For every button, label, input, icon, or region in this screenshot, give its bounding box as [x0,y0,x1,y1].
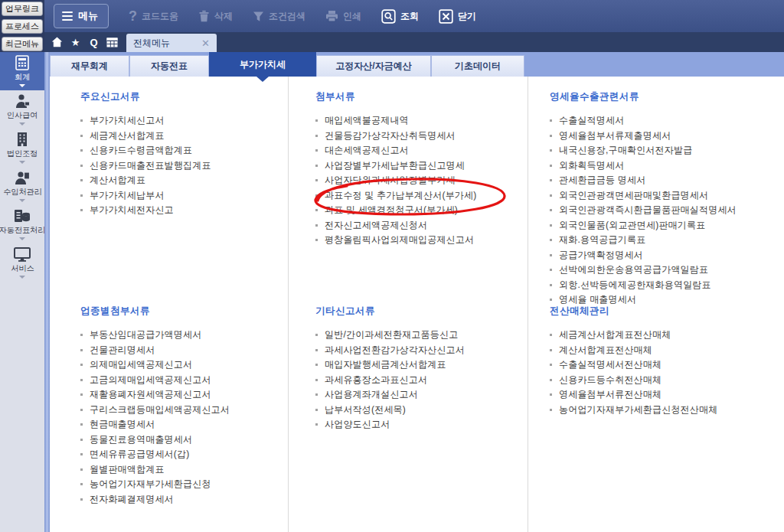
menu-item-link[interactable]: 부가가치세신고서 [90,114,165,127]
menu-item-link[interactable]: 사업장별부가세납부환급신고명세 [325,159,465,172]
menu-item[interactable]: 외항.선박등에제공한재화용역일람표 [550,278,784,293]
code-help-button[interactable]: ? 코드도움 [129,9,178,23]
menu-item-link[interactable]: 건물관리명세서 [90,344,155,357]
menu-item[interactable]: 일반/간이과세전환재고품등신고 [315,328,528,343]
sidebar-item-auto-voucher[interactable]: 자동전표처리 [0,205,44,243]
menu-item[interactable]: 세금계산서합계표 [80,129,288,144]
menu-item-link[interactable]: 과표 및 세액경정청구서(부가세) [325,204,458,217]
menu-item-link[interactable]: 농어업기자재부가세환급신청 [90,478,211,491]
menu-item-link[interactable]: 신용카드등수취전산매체 [559,374,662,387]
menu-item[interactable]: 농어업기자재부가세환급신청 [80,477,288,492]
menu-item[interactable]: 계산서합계표전산매체 [550,343,784,358]
sidebar-item-accounting[interactable]: 회계 [0,52,44,90]
menu-item[interactable]: 부동산임대공급가액명세서 [80,328,288,343]
menu-item[interactable]: 사업양도신고서 [315,417,528,432]
open-document-tab[interactable]: 전체메뉴 ✕ [126,34,217,52]
tab-financial-accounting[interactable]: 재무회계 [50,55,129,77]
recent-docs-icon[interactable] [104,34,120,50]
menu-item[interactable]: 외국인관광객면세판매및환급명세서 [550,188,784,204]
worklink-button[interactable]: 업무링크 [2,2,43,16]
menu-item-link[interactable]: 계산서합계표 [90,174,145,187]
menu-item[interactable]: 전자신고세액공제신청서 [315,218,528,233]
menu-item-link[interactable]: 외항.선박등에제공한재화용역일람표 [559,279,711,292]
menu-item-link[interactable]: 농어업기자재부가세환급신청전산매체 [559,403,717,416]
process-button[interactable]: 프로세스 [2,19,43,34]
menu-item[interactable]: 부가가치세전자신고 [80,203,288,218]
sidebar-item-hr-payroll[interactable]: 인사급여 [0,90,44,129]
menu-item-link[interactable]: 현금매출명세서 [90,418,155,431]
menu-item[interactable]: 신용카드수령금액합계표 [80,143,288,158]
menu-item-link[interactable]: 사업자단위과세사업장별부가세 [325,174,456,187]
print-button[interactable]: 인쇄 [325,10,361,23]
menu-item[interactable]: 외화획득명세서 [550,158,784,174]
menu-item[interactable]: 의제매입세액공제신고서 [80,357,288,373]
menu-item[interactable]: 사업자단위과세사업장별부가세 [315,173,528,188]
menu-item[interactable]: 과세유흥장소과표신고서 [315,373,528,388]
menu-item[interactable]: 고금의제매입세액공제신고서 [80,373,288,388]
menu-item-link[interactable]: 구리스크랩등매입세액공제신고서 [90,403,230,416]
menu-item-link[interactable]: 매입자발행세금계산서합계표 [325,358,446,371]
menu-item-link[interactable]: 외화획득명세서 [559,159,624,172]
menu-item-link[interactable]: 내국신용장,구매확인서전자발급 [559,144,692,157]
menu-item-link[interactable]: 면세유류공급명세서(갑) [90,448,189,461]
menu-item[interactable]: 수출실적명세서 [550,113,784,129]
menu-item-link[interactable]: 재활용폐자원세액공제신고서 [90,388,211,401]
tab-base-data[interactable]: 기초데이터 [431,55,524,77]
menu-item-link[interactable]: 부가가치세납부서 [90,189,165,202]
tab-auto-voucher[interactable]: 자동전표 [129,55,209,77]
menu-item[interactable]: 재화.용역공급기록표 [550,233,784,248]
menu-item-link[interactable]: 과표수정 및 추가납부계산서(부가세) [325,189,476,202]
menu-item-link[interactable]: 선박에의한운송용역공급가액일람표 [559,263,708,276]
menu-item[interactable]: 건물관리명세서 [80,343,288,358]
menu-item-link[interactable]: 매입세액불공제내역 [325,114,409,127]
menu-item-link[interactable]: 부가가치세전자신고 [90,204,174,217]
menu-item[interactable]: 세금계산서합계표전산매체 [550,328,784,343]
menu-item[interactable]: 영세율첨부서류전산매체 [550,387,784,403]
menu-item[interactable]: 계산서합계표 [80,173,288,188]
sidebar-item-corporate-adjust[interactable]: 법인조정 [0,129,44,167]
menu-item-link[interactable]: 수출실적명세서전산매체 [559,358,662,371]
menu-item-link[interactable]: 영세율첨부서류전산매체 [559,388,662,401]
menu-item[interactable]: 외국인물품(외교관면세)판매기록표 [550,218,784,233]
menu-item-link[interactable]: 과세사업전환감가상각자산신고서 [325,344,465,357]
menu-item-link[interactable]: 전자화폐결제명세서 [90,493,174,506]
menu-item[interactable]: 건물등감가상각자산취득명세서 [315,129,528,144]
menu-item-link[interactable]: 외국인관광객면세판매및환급명세서 [559,189,708,202]
menu-item-link[interactable]: 사업용계좌개설신고서 [325,388,418,401]
sidebar-item-client-mgmt[interactable]: 수임처관리 [0,167,44,205]
menu-item[interactable]: 과세사업전환감가상각자산신고서 [315,343,528,358]
menu-item-link[interactable]: 신용카드수령금액합계표 [90,144,192,157]
menu-item[interactable]: 매입세액불공제내역 [315,113,528,129]
menu-item[interactable]: 영세율첨부서류제출명세서 [550,129,784,144]
menu-item[interactable]: 매입자발행세금계산서합계표 [315,357,528,373]
menu-item-link[interactable]: 전자신고세액공제신청서 [325,219,427,232]
menu-item-link[interactable]: 건물등감가상각자산취득명세서 [325,129,456,142]
menu-item-link[interactable]: 재화.용역공급기록표 [559,233,645,246]
menu-item[interactable]: 부가가치세신고서 [80,113,288,129]
tab-close-icon[interactable]: ✕ [201,38,210,49]
delete-button[interactable]: 삭제 [198,10,233,23]
menu-item[interactable]: 부가가치세납부서 [80,188,288,204]
menu-item-link[interactable]: 평창올림픽사업의제매입공제신고서 [325,233,474,246]
menu-item-link[interactable]: 관세환급금등 명세서 [559,174,645,187]
menu-item[interactable]: 과표 및 세액경정청구서(부가세) [315,203,528,218]
tab-vat[interactable]: 부가가치세 [209,52,316,77]
menu-item-link[interactable]: 납부서작성(전세목) [325,403,406,416]
menu-item-link[interactable]: 부동산임대공급가액명세서 [90,328,201,341]
menu-item[interactable]: 면세유류공급명세서(갑) [80,447,288,462]
menu-item-link[interactable]: 고금의제매입세액공제신고서 [90,374,211,387]
menu-item[interactable]: 대손세액공제신고서 [315,143,528,158]
menu-item-link[interactable]: 영세율첨부서류제출명세서 [559,129,671,142]
menu-item[interactable]: 신용카드매출전표발행집계표 [80,158,288,174]
menu-item[interactable]: 평창올림픽사업의제매입공제신고서 [315,233,528,248]
sidebar-item-service[interactable]: 서비스 [0,243,44,282]
menu-item[interactable]: 외국인관광객즉시환급물품판매실적명세서 [550,203,784,218]
menu-item-link[interactable]: 일반/간이과세전환재고품등신고 [325,328,458,341]
menu-item[interactable]: 월별판매액합계표 [80,462,288,478]
menu-item[interactable]: 전자화폐결제명세서 [80,492,288,508]
menu-button[interactable]: 메뉴 [54,4,109,28]
star-icon[interactable]: ★ [67,34,83,50]
inquiry-button[interactable]: 조회 [381,9,419,24]
menu-item[interactable]: 관세환급금등 명세서 [550,173,784,188]
menu-item[interactable]: 농어업기자재부가세환급신청전산매체 [550,403,784,418]
